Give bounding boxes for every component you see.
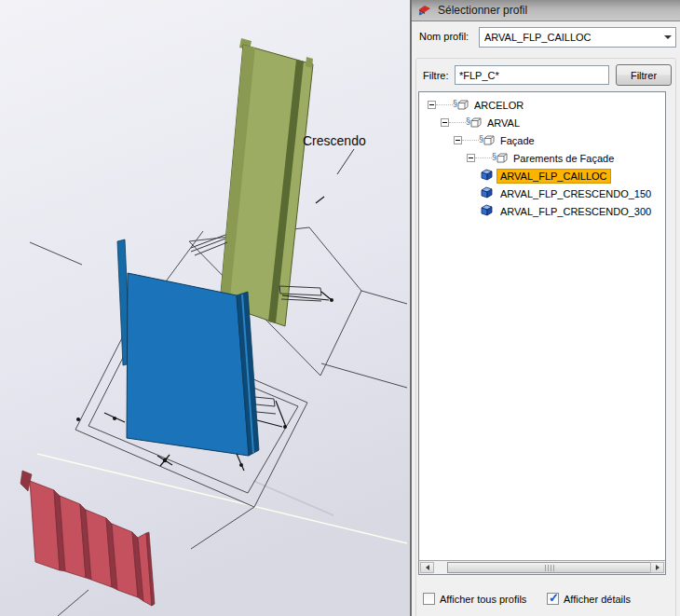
checkbox-label: Afficher détails bbox=[564, 594, 631, 605]
arrow-right-icon bbox=[656, 565, 660, 570]
crescendo-label: Crescendo bbox=[303, 133, 366, 148]
options-row: ✓ Afficher tous profils ✓ Afficher détai… bbox=[412, 593, 680, 609]
tree-item-facade[interactable]: § Façade bbox=[454, 131, 537, 149]
tree-item-label: ARVAL_FLP_CRESCENDO_150 bbox=[497, 187, 654, 200]
scrollbar-grip-icon bbox=[545, 565, 554, 571]
checkbox-icon: ✓ bbox=[423, 593, 435, 605]
profile-group-icon: § bbox=[492, 153, 508, 163]
arrow-left-icon bbox=[426, 565, 429, 570]
show-details-checkbox[interactable]: ✓ Afficher détails bbox=[547, 593, 631, 605]
tree-item-label: ARVAL bbox=[484, 116, 523, 130]
collapse-icon[interactable] bbox=[467, 154, 475, 162]
tekla-app-icon bbox=[417, 4, 432, 17]
tree-item-arval-flp-crescendo-150[interactable]: ARVAL_FLP_CRESCENDO_150 bbox=[480, 185, 654, 202]
model-view-canvas[interactable]: Crescendo bbox=[0, 0, 410, 616]
scrollbar-thumb[interactable] bbox=[447, 562, 652, 573]
tree-item-arcelor[interactable]: § ARCELOR bbox=[428, 96, 526, 114]
3d-viewport[interactable]: Crescendo bbox=[0, 0, 410, 616]
tree-item-arval-flp-crescendo-300[interactable]: ARVAL_FLP_CRESCENDO_300 bbox=[480, 202, 654, 220]
profile-group-icon: § bbox=[453, 100, 469, 110]
scroll-right-button[interactable] bbox=[650, 562, 664, 573]
filter-label: Filtre: bbox=[423, 70, 449, 81]
tree-item-label: Façade bbox=[497, 134, 537, 147]
profile-name-value: ARVAL_FLP_CAILLOC bbox=[480, 32, 660, 43]
filter-input[interactable] bbox=[455, 65, 609, 85]
application-window: Crescendo Sélectionner profil Nom profil… bbox=[0, 0, 680, 616]
checkbox-icon: ✓ bbox=[547, 593, 559, 605]
checkmark-icon: ✓ bbox=[549, 591, 559, 605]
dialog-titlebar[interactable]: Sélectionner profil bbox=[412, 0, 680, 21]
tree-item-label: Parements de Façade bbox=[510, 152, 617, 165]
tree-item-label: ARVAL_FLP_CRESCENDO_300 bbox=[497, 205, 654, 218]
collapse-icon[interactable] bbox=[428, 101, 436, 109]
chevron-down-icon bbox=[664, 35, 672, 39]
scroll-left-button[interactable] bbox=[420, 562, 434, 573]
tree-item-label: ARVAL_FLP_CAILLOC bbox=[497, 170, 610, 183]
filter-button[interactable]: Filtrer bbox=[616, 64, 672, 86]
profile-cube-icon bbox=[480, 169, 494, 183]
dialog-title: Sélectionner profil bbox=[438, 4, 527, 17]
tree-item-parements-de-facade[interactable]: § Parements de Façade bbox=[467, 149, 617, 167]
profile-cube-icon bbox=[480, 186, 494, 200]
profile-name-combobox[interactable]: ARVAL_FLP_CAILLOC bbox=[479, 27, 676, 48]
profile-group-icon: § bbox=[466, 117, 482, 128]
combobox-dropdown-button[interactable] bbox=[660, 35, 675, 39]
collapse-icon[interactable] bbox=[454, 136, 462, 144]
profile-cube-icon bbox=[480, 204, 494, 218]
collapse-icon[interactable] bbox=[441, 118, 449, 127]
profile-tree[interactable]: § ARCELOR § ARVAL § Façade bbox=[418, 91, 666, 575]
select-profile-dialog: Sélectionner profil Nom profil: ARVAL_FL… bbox=[410, 0, 680, 616]
tree-item-arval[interactable]: § ARVAL bbox=[441, 114, 523, 131]
profile-group-icon: § bbox=[479, 135, 495, 145]
show-all-profiles-checkbox[interactable]: ✓ Afficher tous profils bbox=[423, 593, 526, 605]
tree-item-arval-flp-cailloc[interactable]: ARVAL_FLP_CAILLOC bbox=[480, 167, 610, 185]
profile-name-label: Nom profil: bbox=[419, 31, 469, 42]
tree-horizontal-scrollbar[interactable] bbox=[418, 560, 666, 575]
tree-item-label: ARCELOR bbox=[471, 99, 526, 112]
checkbox-label: Afficher tous profils bbox=[440, 594, 526, 605]
